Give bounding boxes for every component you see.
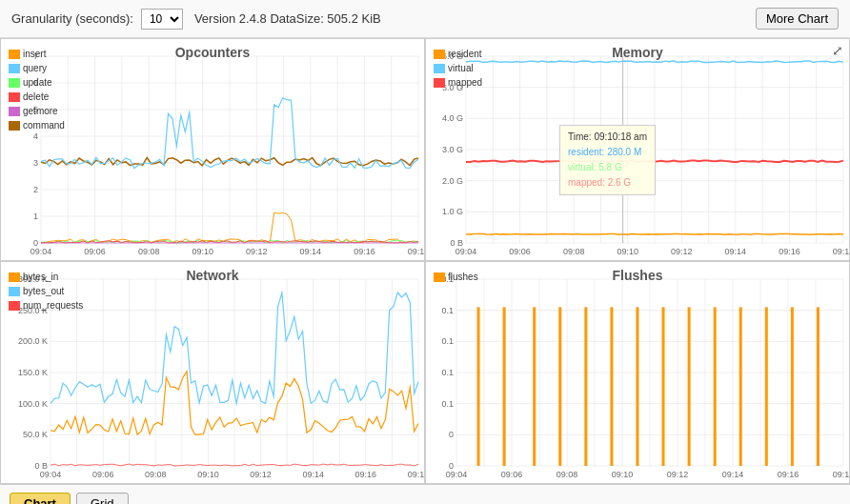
version-info: Version 2.4.8 DataSize: 505.2 KiB <box>194 11 381 26</box>
memory-chart: Memory ⤢ resident virtual mapped Time: 0… <box>425 38 850 261</box>
network-chart: Network bytes_in bytes_out num_requests <box>0 261 425 484</box>
opcounters-chart: Opcounters insert query update delete ge… <box>0 38 425 261</box>
flushes-chart: Flushes flushes <box>425 261 850 484</box>
opcounters-legend: insert query update delete getmore comma… <box>9 47 65 132</box>
granularity-label: Granularity (seconds): <box>11 11 133 26</box>
flushes-legend: flushes <box>434 270 478 284</box>
network-legend: bytes_in bytes_out num_requests <box>9 270 83 312</box>
chart-tab-button[interactable]: Chart <box>10 493 71 504</box>
more-chart-button[interactable]: More Chart <box>756 8 839 30</box>
granularity-select[interactable]: 10 30 60 <box>141 9 183 30</box>
bottom-bar: Chart Grid <box>0 484 850 504</box>
network-title: Network <box>186 268 238 283</box>
flushes-title: Flushes <box>613 268 663 283</box>
memory-legend: resident virtual mapped <box>434 47 482 90</box>
expand-icon[interactable]: ⤢ <box>832 43 843 58</box>
grid-tab-button[interactable]: Grid <box>76 493 129 504</box>
opcounters-title: Opcounters <box>175 45 251 60</box>
charts-grid: Opcounters insert query update delete ge… <box>0 38 850 484</box>
memory-title: Memory <box>612 45 663 60</box>
top-bar: Granularity (seconds): 10 30 60 Version … <box>0 0 850 38</box>
